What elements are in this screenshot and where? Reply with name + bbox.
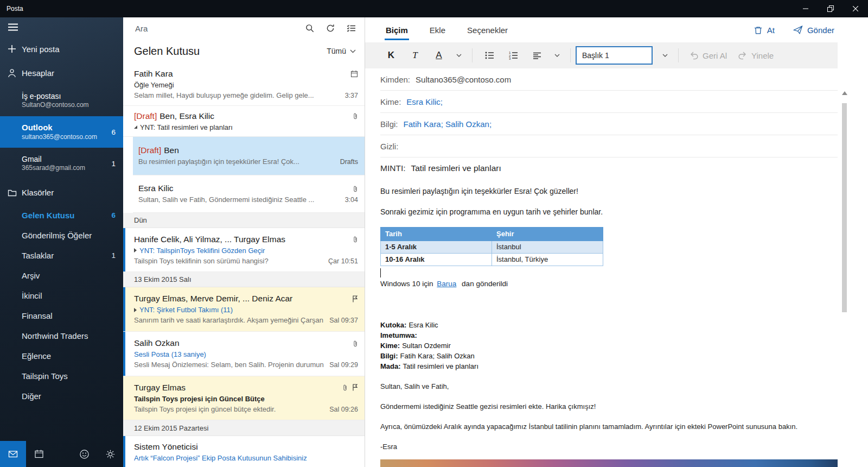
message-row[interactable]: Esra Kilic Sultan, Salih ve Fatih, Gönde… (133, 175, 365, 213)
paragraph-options-dropdown[interactable] (549, 46, 565, 65)
subject-field[interactable]: MINTI: Tatil resimleri ve planları (380, 157, 838, 179)
sidebar-folder-sent[interactable]: Gönderilmiş Öğeler (0, 225, 123, 245)
close-button[interactable] (843, 0, 868, 17)
underline-button[interactable]: A (427, 46, 451, 65)
sent-from-suffix: dan gönderildi (462, 280, 508, 288)
search-icon (305, 24, 314, 33)
flag-icon[interactable] (352, 295, 358, 303)
thread-collapsed-icon[interactable] (134, 308, 137, 312)
calendar-view-button[interactable] (26, 441, 52, 467)
meeting-calendar-icon (350, 70, 358, 78)
reading-pane-scrollbar[interactable] (841, 91, 848, 467)
thread-expanded-icon[interactable] (134, 125, 137, 129)
message-sender: Sistem Yöneticisi (134, 441, 358, 453)
message-time: Sal 09:37 (329, 315, 358, 326)
message-row[interactable]: Hanife Celik, Ali Yilmaz, ... Turgay Elm… (123, 228, 365, 272)
message-list-pane: Gelen Kutusu Tümü Fatih Kara Öğle Yemeği… (123, 17, 365, 467)
new-mail-label: Yeni posta (22, 45, 60, 54)
sidebar-folder-secondary[interactable]: İkincil (0, 286, 123, 306)
bcc-field[interactable]: Gizli: (380, 135, 838, 157)
message-row-flagged[interactable]: Turgay Elmas Tailspin Toys projesi için … (123, 376, 365, 420)
bcc-label: Gizli: (380, 142, 398, 151)
scrollbar-thumb[interactable] (842, 103, 847, 312)
message-row[interactable]: Salih Ozkan Sesli Posta (13 saniye) Sesl… (123, 332, 365, 376)
message-sender: Fatih Kara (134, 68, 346, 80)
message-row-selected[interactable]: [Draft]Ben Bu resimleri paylaştığın için… (133, 137, 365, 175)
paragraph-align-button[interactable] (525, 46, 549, 65)
italic-button[interactable]: T (403, 46, 427, 65)
sidebar-folder-fun[interactable]: Eğlence (0, 346, 123, 366)
message-sender: Salih Ozkan (134, 337, 348, 349)
reading-pane: Biçim Ekle Seçenekler At Gönder K T (365, 17, 868, 467)
restore-icon (827, 5, 834, 12)
cc-recipients[interactable]: Fatih Kara; Salih Ozkan; (404, 119, 492, 129)
message-preview: Selam millet, Haydi buluşup yemeğe gidel… (134, 90, 340, 100)
search-button[interactable] (299, 18, 320, 38)
restore-button[interactable] (818, 0, 843, 17)
redo-button[interactable]: Yinele (732, 46, 779, 65)
text-cursor (380, 268, 381, 277)
search-input[interactable] (134, 23, 299, 34)
folders-header[interactable]: Klasörler (0, 179, 123, 205)
message-row[interactable]: Fatih Kara Öğle Yemeği Selam millet, Hay… (123, 63, 365, 106)
account-gmail[interactable]: Gmail 365sarad@gmail.com 1 (0, 148, 123, 179)
sync-button[interactable] (320, 18, 341, 38)
message-sender: [Draft]Ben (138, 144, 358, 156)
account-work-email[interactable]: İş e-postası SultanO@contoso.com (0, 85, 123, 116)
style-picker[interactable]: Başlık 1 (576, 46, 653, 65)
sync-icon (326, 24, 335, 33)
ribbon-tab-bar: Biçim Ekle Seçenekler At Gönder (365, 17, 868, 42)
thread-header-row[interactable]: [Draft]Ben, Esra Kilic YNT: Tatil resiml… (123, 106, 365, 137)
to-field[interactable]: Kime: Esra Kilic; (380, 91, 838, 113)
sidebar-folder-other[interactable]: Diğer (0, 386, 123, 406)
smiley-icon (79, 449, 90, 459)
folder-label: Gelen Kutusu (22, 211, 75, 220)
filter-label: Tümü (327, 47, 346, 55)
tab-format[interactable]: Biçim (386, 17, 408, 42)
bold-button[interactable]: K (379, 46, 403, 65)
numbered-list-button[interactable]: 123 (501, 46, 525, 65)
minimize-button[interactable] (793, 0, 818, 17)
message-body-editor[interactable]: Bu resimleri paylaştığın için teşekkürle… (365, 179, 868, 467)
mail-app-link[interactable]: Barua (437, 280, 456, 288)
quoted-paragraph: Göndermemi istediğiniz Seattle gezisi re… (380, 401, 838, 412)
scroll-up-arrow-icon[interactable] (842, 91, 847, 95)
chevron-down-icon (662, 54, 668, 57)
account-outlook[interactable]: Outlook sultano365@contoso.com 6 (0, 116, 123, 148)
message-row[interactable]: Sistem Yöneticisi Artık “Falcon Projesi”… (123, 436, 365, 467)
sidebar-folder-financial[interactable]: Finansal (0, 306, 123, 326)
tab-insert[interactable]: Ekle (430, 17, 445, 42)
feedback-button[interactable] (71, 441, 97, 467)
undo-button[interactable]: Geri Al (684, 46, 732, 65)
thread-collapsed-icon[interactable] (134, 248, 137, 253)
cc-field[interactable]: Bilgi: Fatih Kara; Salih Ozkan; (380, 113, 838, 135)
selection-mode-button[interactable] (341, 18, 361, 38)
subject-label: MINTI: (380, 163, 406, 173)
flag-icon[interactable] (352, 383, 358, 392)
send-button[interactable]: Gönder (793, 26, 834, 35)
settings-button[interactable] (97, 441, 123, 467)
font-options-dropdown[interactable] (451, 46, 467, 65)
sidebar-folder-northwind[interactable]: Northwind Traders (0, 326, 123, 346)
from-field[interactable]: Kimden: Sultano365@contoso.com (380, 68, 838, 91)
hamburger-menu-button[interactable] (0, 17, 123, 37)
bullet-list-button[interactable] (477, 46, 501, 65)
sidebar-folder-inbox[interactable]: Gelen Kutusu 6 (0, 205, 123, 225)
style-dropdown[interactable] (657, 46, 673, 65)
sidebar-folder-tailspin[interactable]: Tailspin Toys (0, 366, 123, 386)
toolbar-separator (570, 48, 571, 62)
svg-text:3: 3 (509, 57, 511, 60)
table-cell: İstanbul (492, 241, 603, 254)
from-value: Sultano365@contoso.com (416, 75, 511, 84)
tab-options[interactable]: Seçenekler (467, 17, 508, 42)
sidebar-folder-archive[interactable]: Arşiv (0, 266, 123, 286)
discard-button[interactable]: At (754, 26, 775, 35)
new-mail-button[interactable]: Yeni posta (0, 37, 123, 61)
sidebar-folder-drafts[interactable]: Taslaklar 1 (0, 245, 123, 266)
accounts-header[interactable]: Hesaplar (0, 61, 123, 85)
mail-view-button[interactable] (0, 441, 26, 467)
filter-dropdown[interactable]: Tümü (327, 47, 356, 55)
message-row-flagged[interactable]: Turgay Elmas, Merve Demir, ... Deniz Aca… (123, 287, 365, 332)
to-recipients[interactable]: Esra Kilic; (406, 97, 443, 106)
redo-label: Yinele (751, 51, 774, 60)
